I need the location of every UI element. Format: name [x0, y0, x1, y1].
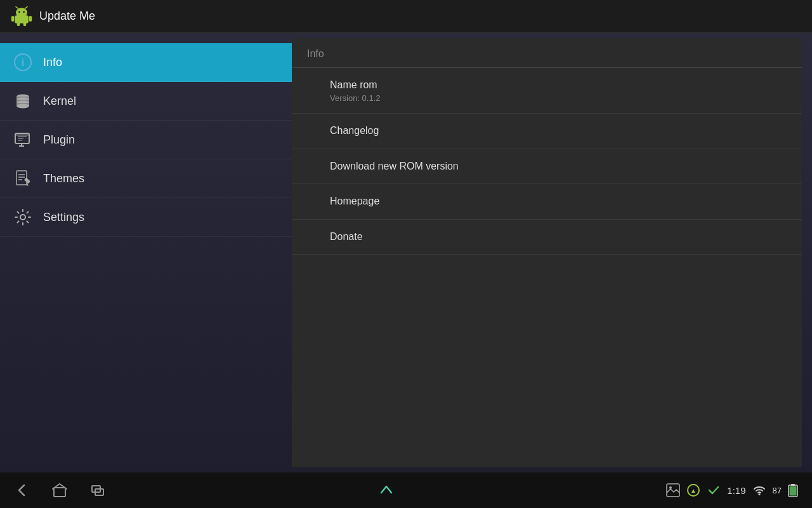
svg-text:i: i	[22, 57, 24, 68]
svg-point-1	[16, 8, 27, 17]
android-update-icon: ▲	[686, 483, 700, 497]
svg-point-32	[20, 215, 25, 220]
svg-rect-30	[24, 177, 30, 184]
themes-icon	[13, 168, 33, 189]
sidebar-item-plugin-label: Plugin	[43, 133, 75, 147]
sidebar-item-kernel-label: Kernel	[43, 95, 76, 108]
recents-button[interactable]	[89, 481, 107, 499]
detail-item-homepage-title: Homepage	[330, 194, 787, 208]
gallery-icon	[666, 483, 680, 497]
top-bar: Update Me	[0, 0, 812, 33]
status-time: 1:19	[727, 485, 745, 496]
svg-rect-9	[23, 22, 27, 26]
detail-item-download-title: Download new ROM version	[330, 159, 787, 173]
detail-item-changelog[interactable]: Changelog	[292, 114, 802, 149]
detail-item-donate-title: Donate	[330, 230, 787, 244]
detail-item-homepage[interactable]: Homepage	[292, 184, 802, 219]
wifi-icon	[752, 483, 766, 497]
detail-panel: Info Name rom Version: 0.1.2 Changelog D…	[292, 38, 802, 467]
settings-icon	[13, 207, 33, 227]
detail-item-name-rom-title: Name rom	[330, 78, 787, 92]
svg-point-3	[23, 11, 25, 13]
detail-item-donate[interactable]: Donate	[292, 220, 802, 255]
app-title: Update Me	[39, 10, 95, 23]
svg-rect-26	[16, 171, 27, 185]
bottom-center	[376, 480, 396, 500]
battery-icon	[788, 483, 799, 497]
svg-point-18	[16, 104, 29, 109]
svg-rect-42	[791, 484, 795, 486]
detail-item-download[interactable]: Download new ROM version	[292, 149, 802, 184]
sidebar-item-settings-label: Settings	[43, 211, 84, 224]
svg-line-4	[16, 6, 18, 8]
nav-buttons	[13, 481, 107, 499]
up-arrow-icon	[376, 480, 396, 500]
android-logo-icon	[10, 5, 33, 28]
home-button[interactable]	[51, 481, 69, 499]
sidebar: i Info Kernel	[0, 33, 292, 472]
back-button[interactable]	[13, 481, 30, 499]
detail-item-changelog-title: Changelog	[330, 124, 787, 138]
bottom-bar: ▲ 1:19 87	[0, 472, 812, 508]
sidebar-item-info-label: Info	[43, 56, 62, 69]
sidebar-item-info[interactable]: i Info	[0, 43, 292, 82]
svg-line-5	[25, 6, 27, 8]
svg-point-40	[758, 493, 760, 495]
sidebar-item-themes[interactable]: Themes	[0, 159, 292, 198]
info-icon: i	[13, 52, 33, 72]
plugin-icon	[13, 130, 33, 150]
svg-text:▲: ▲	[690, 487, 697, 494]
kernel-icon	[13, 91, 33, 111]
svg-rect-8	[17, 22, 20, 26]
sidebar-item-themes-label: Themes	[43, 172, 84, 185]
detail-header: Info	[292, 38, 802, 68]
battery-level: 87	[773, 486, 782, 495]
check-icon	[707, 483, 721, 497]
svg-rect-43	[789, 486, 796, 496]
svg-rect-20	[15, 133, 29, 136]
sidebar-item-plugin[interactable]: Plugin	[0, 121, 292, 159]
main-area: i Info Kernel	[0, 33, 812, 472]
svg-rect-6	[11, 16, 15, 22]
svg-rect-33	[54, 488, 65, 497]
sidebar-item-settings[interactable]: Settings	[0, 198, 292, 237]
sidebar-item-kernel[interactable]: Kernel	[0, 82, 292, 121]
status-bar: ▲ 1:19 87	[666, 483, 799, 497]
detail-item-name-rom[interactable]: Name rom Version: 0.1.2	[292, 68, 802, 114]
svg-point-2	[18, 11, 20, 13]
detail-item-name-rom-subtitle: Version: 0.1.2	[330, 93, 787, 103]
svg-rect-7	[29, 16, 32, 22]
